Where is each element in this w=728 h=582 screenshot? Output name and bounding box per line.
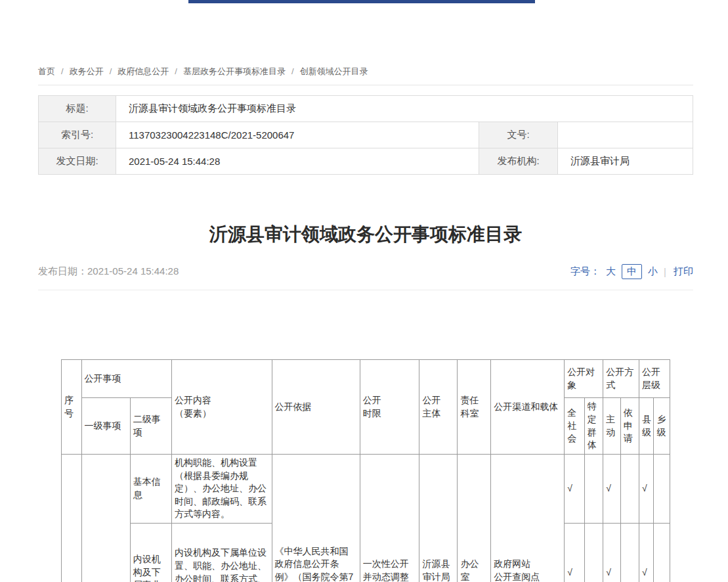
header-neirong: 公开内容 （要素） bbox=[171, 360, 272, 455]
cell-erji: 内设机构及下属事业 bbox=[130, 524, 171, 582]
publish-date: 发布日期：2021-05-24 15:44:28 bbox=[38, 265, 179, 278]
meta-date-value: 2021-05-24 15:44:28 bbox=[116, 148, 479, 175]
header-zhuti: 公开 主体 bbox=[419, 360, 458, 455]
cell-yiji bbox=[81, 455, 130, 582]
cell-check-yishenqing bbox=[620, 524, 639, 582]
cell-keshi: 办公室 bbox=[458, 455, 491, 582]
cell-neirong: 机构职能、机构设置（根据县委编办规定）、办公地址、办公时间、邮政编码、联系方式等… bbox=[171, 455, 272, 524]
catalog-header-row-1: 序号 公开事项 公开内容 （要素） 公开依据 公开 时限 公开 主体 责任科室 … bbox=[62, 360, 670, 398]
meta-row-title: 标题: 沂源县审计领域政务公开事项标准目录 bbox=[39, 96, 693, 122]
meta-docno-label: 文号: bbox=[479, 122, 558, 148]
meta-title-value: 沂源县审计领域政务公开事项标准目录 bbox=[116, 96, 693, 122]
header-zhudong: 主动 bbox=[603, 398, 620, 455]
catalog-table: 序号 公开事项 公开内容 （要素） 公开依据 公开 时限 公开 主体 责任科室 … bbox=[61, 359, 670, 582]
top-nav-bar-edge bbox=[188, 0, 535, 3]
meta-index-label: 索引号: bbox=[39, 122, 116, 148]
header-keshi: 责任科室 bbox=[458, 360, 491, 455]
article-toolbar: 发布日期：2021-05-24 15:44:28 字号： 大 中 小 | 打印 bbox=[38, 264, 693, 290]
cell-check-quanshehui: √ bbox=[565, 455, 585, 524]
breadcrumb: 首页/政务公开/政府信息公开/基层政务公开事项标准目录/创新领域公开目录 bbox=[38, 0, 693, 85]
cell-check-xianji: √ bbox=[639, 455, 654, 524]
breadcrumb-standard-catalog[interactable]: 基层政务公开事项标准目录 bbox=[183, 66, 286, 76]
header-gongkai-shixiang: 公开事项 bbox=[81, 360, 171, 398]
meta-index-value: 11370323004223148C/2021-5200647 bbox=[116, 122, 479, 148]
font-size-small-button[interactable]: 小 bbox=[645, 265, 660, 279]
header-xianji: 县级 bbox=[639, 398, 654, 455]
print-button[interactable]: 打印 bbox=[674, 265, 693, 278]
cell-xuhao bbox=[62, 455, 82, 582]
header-shixian: 公开 时限 bbox=[360, 360, 419, 455]
cell-check-xiangji bbox=[654, 524, 670, 582]
cell-check-yishenqing bbox=[620, 455, 639, 524]
header-teding: 特定群体 bbox=[584, 398, 603, 455]
breadcrumb-separator: / bbox=[291, 66, 294, 76]
table-row: 基本信息 机构职能、机构设置（根据县委编办规定）、办公地址、办公时间、邮政编码、… bbox=[62, 455, 670, 524]
cell-neirong: 内设机构及下属单位设置、职能、办公地址、办公时间、联系方式、负责人姓名 bbox=[171, 524, 272, 582]
cell-check-xiangji bbox=[654, 455, 670, 524]
cell-check-xianji: √ bbox=[639, 524, 654, 582]
cell-check-zhudong: √ bbox=[603, 524, 620, 582]
header-yiju: 公开依据 bbox=[272, 360, 360, 455]
breadcrumb-government-info[interactable]: 政府信息公开 bbox=[118, 66, 169, 76]
publish-date-label: 发布日期： bbox=[38, 265, 87, 277]
cell-check-teding bbox=[584, 455, 603, 524]
font-size-label: 字号： bbox=[570, 265, 600, 278]
header-cengji: 公开 层级 bbox=[639, 360, 670, 398]
font-size-medium-button[interactable]: 中 bbox=[622, 264, 642, 279]
breadcrumb-separator: / bbox=[175, 66, 177, 76]
font-size-large-button[interactable]: 大 bbox=[603, 265, 618, 279]
header-yishenqing: 依申请 bbox=[620, 398, 639, 455]
header-xiangji: 乡级 bbox=[654, 398, 670, 455]
meta-agency-value: 沂源县审计局 bbox=[558, 148, 693, 175]
meta-title-label: 标题: bbox=[39, 96, 116, 122]
header-duixiang: 公开对象 bbox=[565, 360, 603, 398]
meta-row-index: 索引号: 11370323004223148C/2021-5200647 文号: bbox=[39, 122, 693, 148]
header-xuhao: 序号 bbox=[62, 360, 82, 455]
meta-row-date: 发文日期: 2021-05-24 15:44:28 发布机构: 沂源县审计局 bbox=[39, 148, 693, 175]
cell-check-quanshehui: √ bbox=[565, 524, 585, 582]
page-content: 首页/政务公开/政府信息公开/基层政务公开事项标准目录/创新领域公开目录 标题:… bbox=[38, 0, 693, 582]
cell-qudao: 政府网站 公开查阅点 bbox=[491, 455, 565, 582]
page-title: 沂源县审计领域政务公开事项标准目录 bbox=[38, 222, 693, 247]
cell-zhuti: 沂源县审计局 bbox=[419, 455, 458, 582]
header-quanshehui: 全社会 bbox=[565, 398, 585, 455]
meta-date-label: 发文日期: bbox=[39, 148, 116, 175]
breadcrumb-separator: / bbox=[61, 66, 64, 76]
header-erji: 二级事项 bbox=[130, 398, 171, 455]
meta-docno-value bbox=[558, 122, 693, 148]
document-meta-table: 标题: 沂源县审计领域政务公开事项标准目录 索引号: 1137032300422… bbox=[38, 95, 693, 175]
header-qudao: 公开渠道和载体 bbox=[491, 360, 565, 455]
meta-agency-label: 发布机构: bbox=[479, 148, 558, 175]
cell-yiju: 《中华人民共和国政府信息公开条例》（国务院令第711号） bbox=[272, 455, 360, 582]
breadcrumb-innovation-catalog[interactable]: 创新领域公开目录 bbox=[300, 66, 368, 76]
controls-separator: | bbox=[664, 266, 666, 277]
breadcrumb-zhengwu-gongkai[interactable]: 政务公开 bbox=[70, 66, 104, 76]
cell-check-zhudong: √ bbox=[603, 455, 620, 524]
header-fangshi: 公开方式 bbox=[603, 360, 639, 398]
cell-check-teding bbox=[584, 524, 603, 582]
cell-shixian: 一次性公开并动态调整 bbox=[360, 455, 419, 582]
breadcrumb-home[interactable]: 首页 bbox=[38, 66, 55, 76]
publish-date-value: 2021-05-24 15:44:28 bbox=[87, 265, 179, 277]
font-size-controls: 字号： 大 中 小 | 打印 bbox=[567, 264, 693, 279]
header-yiji: 一级事项 bbox=[81, 398, 130, 455]
cell-erji: 基本信息 bbox=[130, 455, 171, 524]
breadcrumb-separator: / bbox=[110, 66, 112, 76]
